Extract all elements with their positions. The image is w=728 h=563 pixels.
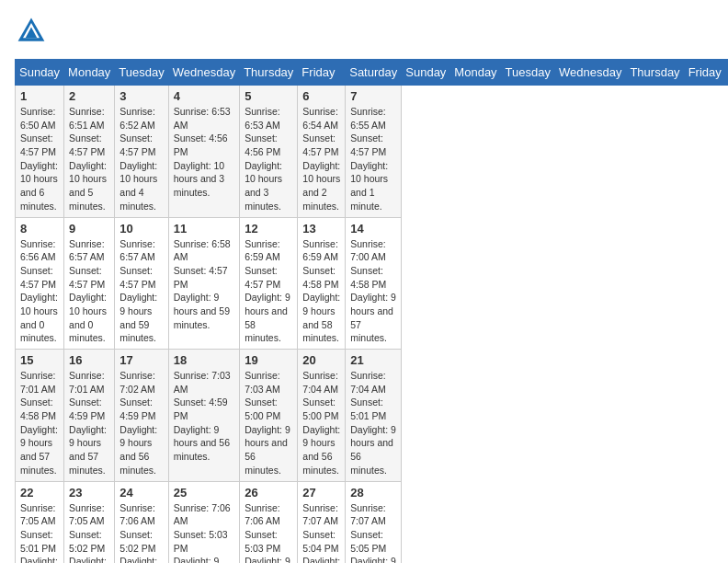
day-info: Sunrise: 7:04 AMSunset: 5:01 PMDaylight:… <box>350 369 396 477</box>
calendar-day-cell: 6Sunrise: 6:54 AMSunset: 4:57 PMDaylight… <box>298 86 346 218</box>
header-saturday: Saturday <box>346 60 402 86</box>
day-info: Sunrise: 7:05 AMSunset: 5:01 PMDaylight:… <box>20 501 59 564</box>
calendar-week-row: 15Sunrise: 7:01 AMSunset: 4:58 PMDayligh… <box>16 350 729 482</box>
day-info: Sunrise: 7:04 AMSunset: 5:00 PMDaylight:… <box>302 369 340 477</box>
day-info: Sunrise: 7:00 AMSunset: 4:58 PMDaylight:… <box>350 237 396 346</box>
day-number: 16 <box>69 353 109 367</box>
calendar-day-cell: 8Sunrise: 6:56 AMSunset: 4:57 PMDaylight… <box>16 217 64 350</box>
day-number: 1 <box>20 89 59 103</box>
calendar-week-row: 22Sunrise: 7:05 AMSunset: 5:01 PMDayligh… <box>16 481 729 563</box>
calendar-day-cell: 12Sunrise: 6:59 AMSunset: 4:57 PMDayligh… <box>240 217 298 350</box>
calendar-day-cell: 13Sunrise: 6:59 AMSunset: 4:58 PMDayligh… <box>298 217 346 350</box>
day-info: Sunrise: 6:52 AMSunset: 4:57 PMDaylight:… <box>119 105 163 213</box>
header-wednesday: Wednesday <box>555 60 626 86</box>
day-number: 21 <box>350 353 396 367</box>
day-number: 8 <box>20 222 59 236</box>
day-info: Sunrise: 7:02 AMSunset: 4:59 PMDaylight:… <box>119 369 163 477</box>
day-number: 22 <box>20 486 59 500</box>
day-info: Sunrise: 6:51 AMSunset: 4:57 PMDaylight:… <box>69 105 109 213</box>
header-wednesday: Wednesday <box>168 60 239 86</box>
day-number: 26 <box>245 486 292 500</box>
header-thursday: Thursday <box>240 60 298 86</box>
day-number: 20 <box>302 353 340 367</box>
calendar-day-cell: 17Sunrise: 7:02 AMSunset: 4:59 PMDayligh… <box>115 350 168 482</box>
day-info: Sunrise: 7:07 AMSunset: 5:05 PMDaylight:… <box>350 501 396 564</box>
day-number: 23 <box>69 486 109 500</box>
day-info: Sunrise: 7:07 AMSunset: 5:04 PMDaylight:… <box>302 501 340 564</box>
calendar-day-cell: 14Sunrise: 7:00 AMSunset: 4:58 PMDayligh… <box>346 217 402 350</box>
day-number: 3 <box>119 89 163 103</box>
header-tuesday: Tuesday <box>115 60 168 86</box>
day-info: Sunrise: 7:03 AMSunset: 4:59 PMDaylight:… <box>174 369 234 464</box>
calendar-day-cell: 26Sunrise: 7:06 AMSunset: 5:03 PMDayligh… <box>240 481 298 563</box>
day-info: Sunrise: 6:50 AMSunset: 4:57 PMDaylight:… <box>20 105 59 213</box>
day-info: Sunrise: 7:06 AMSunset: 5:03 PMDaylight:… <box>245 501 292 564</box>
calendar-day-cell: 5Sunrise: 6:53 AMSunset: 4:56 PMDaylight… <box>240 86 298 218</box>
day-number: 13 <box>302 222 340 236</box>
calendar-day-cell: 22Sunrise: 7:05 AMSunset: 5:01 PMDayligh… <box>16 481 64 563</box>
calendar-day-cell: 25Sunrise: 7:06 AMSunset: 5:03 PMDayligh… <box>168 481 239 563</box>
day-info: Sunrise: 7:01 AMSunset: 4:58 PMDaylight:… <box>20 369 59 477</box>
day-info: Sunrise: 6:53 AMSunset: 4:56 PMDaylight:… <box>174 105 234 200</box>
day-number: 6 <box>302 89 340 103</box>
calendar-header-row: SundayMondayTuesdayWednesdayThursdayFrid… <box>16 60 729 86</box>
page-header <box>15 15 713 48</box>
header-monday: Monday <box>64 60 115 86</box>
day-number: 7 <box>350 89 396 103</box>
calendar-day-cell: 4Sunrise: 6:53 AMSunset: 4:56 PMDaylight… <box>168 86 239 218</box>
calendar-day-cell: 20Sunrise: 7:04 AMSunset: 5:00 PMDayligh… <box>298 350 346 482</box>
day-info: Sunrise: 6:56 AMSunset: 4:57 PMDaylight:… <box>20 237 59 346</box>
calendar-week-row: 1Sunrise: 6:50 AMSunset: 4:57 PMDaylight… <box>16 86 729 218</box>
day-info: Sunrise: 6:57 AMSunset: 4:57 PMDaylight:… <box>119 237 163 346</box>
header-sunday: Sunday <box>16 60 64 86</box>
calendar-day-cell: 11Sunrise: 6:58 AMSunset: 4:57 PMDayligh… <box>168 217 239 350</box>
day-info: Sunrise: 7:03 AMSunset: 5:00 PMDaylight:… <box>245 369 292 477</box>
day-number: 19 <box>245 353 292 367</box>
day-number: 2 <box>69 89 109 103</box>
calendar-day-cell: 10Sunrise: 6:57 AMSunset: 4:57 PMDayligh… <box>115 217 168 350</box>
day-info: Sunrise: 6:53 AMSunset: 4:56 PMDaylight:… <box>245 105 292 213</box>
header-friday: Friday <box>298 60 346 86</box>
day-info: Sunrise: 7:01 AMSunset: 4:59 PMDaylight:… <box>69 369 109 477</box>
calendar-day-cell: 28Sunrise: 7:07 AMSunset: 5:05 PMDayligh… <box>346 481 402 563</box>
day-number: 11 <box>174 222 234 236</box>
day-info: Sunrise: 7:06 AMSunset: 5:02 PMDaylight:… <box>119 501 163 564</box>
day-number: 24 <box>119 486 163 500</box>
day-number: 25 <box>174 486 234 500</box>
header-friday: Friday <box>684 60 725 86</box>
header-tuesday: Tuesday <box>501 60 554 86</box>
day-number: 15 <box>20 353 59 367</box>
day-info: Sunrise: 6:58 AMSunset: 4:57 PMDaylight:… <box>174 237 234 332</box>
day-number: 10 <box>119 222 163 236</box>
calendar-day-cell: 18Sunrise: 7:03 AMSunset: 4:59 PMDayligh… <box>168 350 239 482</box>
calendar-day-cell: 27Sunrise: 7:07 AMSunset: 5:04 PMDayligh… <box>298 481 346 563</box>
calendar-day-cell: 2Sunrise: 6:51 AMSunset: 4:57 PMDaylight… <box>64 86 115 218</box>
day-info: Sunrise: 6:59 AMSunset: 4:58 PMDaylight:… <box>302 237 340 346</box>
day-number: 9 <box>69 222 109 236</box>
calendar-day-cell: 1Sunrise: 6:50 AMSunset: 4:57 PMDaylight… <box>16 86 64 218</box>
header-monday: Monday <box>450 60 501 86</box>
day-number: 27 <box>302 486 340 500</box>
calendar-table: SundayMondayTuesdayWednesdayThursdayFrid… <box>15 59 728 563</box>
day-number: 12 <box>245 222 292 236</box>
calendar-day-cell: 21Sunrise: 7:04 AMSunset: 5:01 PMDayligh… <box>346 350 402 482</box>
calendar-day-cell: 23Sunrise: 7:05 AMSunset: 5:02 PMDayligh… <box>64 481 115 563</box>
day-info: Sunrise: 7:05 AMSunset: 5:02 PMDaylight:… <box>69 501 109 564</box>
logo <box>15 15 51 48</box>
day-info: Sunrise: 7:06 AMSunset: 5:03 PMDaylight:… <box>174 501 234 564</box>
day-number: 5 <box>245 89 292 103</box>
day-info: Sunrise: 6:55 AMSunset: 4:57 PMDaylight:… <box>350 105 396 213</box>
day-info: Sunrise: 6:59 AMSunset: 4:57 PMDaylight:… <box>245 237 292 346</box>
day-number: 17 <box>119 353 163 367</box>
calendar-day-cell: 16Sunrise: 7:01 AMSunset: 4:59 PMDayligh… <box>64 350 115 482</box>
header-thursday: Thursday <box>626 60 684 86</box>
calendar-day-cell: 15Sunrise: 7:01 AMSunset: 4:58 PMDayligh… <box>16 350 64 482</box>
day-info: Sunrise: 6:54 AMSunset: 4:57 PMDaylight:… <box>302 105 340 213</box>
day-number: 28 <box>350 486 396 500</box>
calendar-day-cell: 24Sunrise: 7:06 AMSunset: 5:02 PMDayligh… <box>115 481 168 563</box>
calendar-week-row: 8Sunrise: 6:56 AMSunset: 4:57 PMDaylight… <box>16 217 729 350</box>
calendar-day-cell: 9Sunrise: 6:57 AMSunset: 4:57 PMDaylight… <box>64 217 115 350</box>
day-info: Sunrise: 6:57 AMSunset: 4:57 PMDaylight:… <box>69 237 109 346</box>
day-number: 4 <box>174 89 234 103</box>
calendar-day-cell: 19Sunrise: 7:03 AMSunset: 5:00 PMDayligh… <box>240 350 298 482</box>
